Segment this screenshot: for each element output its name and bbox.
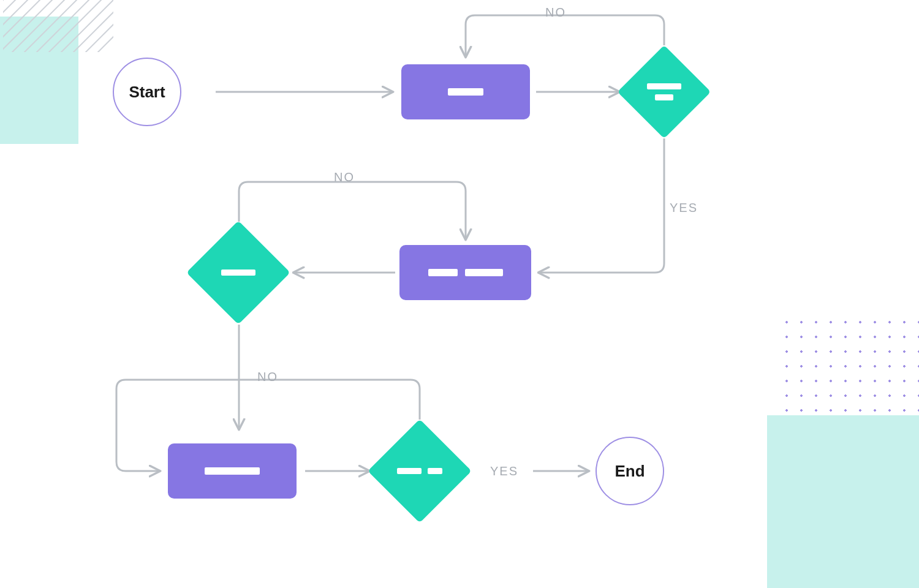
terminator-end-label: End (615, 462, 645, 481)
decision-1 (618, 45, 711, 138)
process-bar (428, 269, 458, 276)
decision-bar (397, 468, 422, 474)
edge-label-yes-1: YES (670, 201, 698, 215)
decision-3 (368, 419, 472, 523)
process-2 (399, 245, 531, 300)
decision-bar (428, 468, 442, 474)
edge-label-no-1: NO (545, 6, 566, 20)
terminator-start-label: Start (129, 83, 165, 102)
process-bar (465, 269, 503, 276)
svg-line-6 (15, 0, 113, 52)
decision-bar (647, 83, 681, 89)
terminator-start: Start (113, 58, 181, 126)
flowchart-canvas: NO YES NO NO YES Start (0, 0, 919, 588)
svg-line-9 (52, 0, 113, 52)
decorative-mint-bottom-right (767, 415, 919, 588)
terminator-end: End (596, 437, 664, 505)
process-3 (168, 443, 297, 499)
process-bar (205, 467, 260, 475)
process-1 (401, 64, 530, 119)
decision-bar (655, 94, 673, 100)
edge-label-no-3: NO (257, 370, 278, 384)
decorative-stripes-top-left (3, 0, 113, 52)
edge-label-no-2: NO (334, 170, 355, 184)
svg-line-5 (3, 0, 101, 52)
decision-bar (221, 270, 255, 276)
decision-2 (186, 221, 290, 325)
edge-label-yes-3: YES (490, 464, 518, 478)
svg-line-4 (3, 0, 89, 52)
process-bar (448, 88, 483, 96)
svg-line-7 (28, 0, 113, 52)
